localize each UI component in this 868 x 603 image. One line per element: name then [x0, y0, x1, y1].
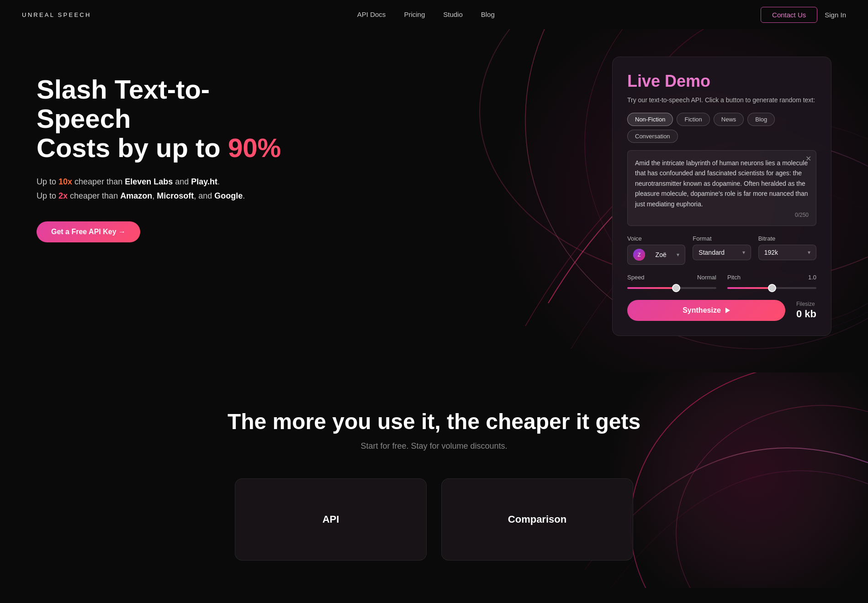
bottom-card-api-label: API	[323, 514, 339, 525]
char-count: 0/250	[635, 212, 809, 218]
format-value: Standard	[699, 249, 725, 256]
brand-logo: UNREAL SPEECH	[22, 11, 91, 18]
subtitle-l1-b2: Play.ht	[191, 177, 217, 186]
pitch-slider-track[interactable]	[727, 287, 816, 289]
hero-right: Live Demo Try our text-to-speech API. Cl…	[612, 57, 831, 336]
pitch-value: 1.0	[808, 274, 816, 281]
format-select[interactable]: Standard ▾	[693, 245, 751, 260]
bottom-card-comparison-label: Comparison	[508, 514, 566, 525]
subtitle-l2-x: 2x	[58, 191, 68, 200]
synthesize-button[interactable]: Synthesize	[627, 300, 785, 321]
pitch-slider-thumb[interactable]	[768, 284, 776, 292]
demo-textarea[interactable]	[635, 158, 809, 208]
speed-slider-track[interactable]	[627, 287, 716, 289]
sliders-row: Speed Normal Pitch 1.0	[627, 274, 816, 289]
contact-us-button[interactable]: Contact Us	[761, 7, 817, 23]
voice-label: Voice	[627, 235, 685, 242]
navbar: UNREAL SPEECH API Docs Pricing Studio Bl…	[0, 0, 868, 29]
pitch-header: Pitch 1.0	[727, 274, 816, 281]
speed-header: Speed Normal	[627, 274, 716, 281]
filesize-value: 0 kb	[796, 308, 816, 320]
controls-row: Voice Z Zoë ▾ Format Standard ▾	[627, 235, 816, 265]
subtitle-l2-sep1: ,	[152, 191, 157, 200]
format-label: Format	[693, 235, 751, 242]
subtitle-l1-prefix: Up to	[37, 177, 58, 186]
filesize-label: Filesize	[796, 301, 816, 307]
nav-actions: Contact Us Sign In	[761, 7, 846, 23]
bottom-cards: API Comparison	[37, 478, 831, 561]
voice-chevron-icon: ▾	[677, 252, 679, 258]
pitch-slider-fill	[727, 287, 772, 289]
demo-card: Live Demo Try our text-to-speech API. Cl…	[612, 57, 831, 336]
subtitle-l2-middle: cheaper than	[68, 191, 120, 200]
pitch-slider-group: Pitch 1.0	[727, 274, 816, 289]
nav-studio[interactable]: Studio	[443, 10, 463, 18]
nav-links: API Docs Pricing Studio Blog	[357, 10, 495, 19]
textarea-container: ✕ 0/250	[627, 150, 816, 226]
hero-title-line1: Slash Text-to-Speech	[37, 74, 210, 133]
demo-subtitle: Try our text-to-speech API. Click a butt…	[627, 96, 816, 104]
hero-title-accent: 90%	[228, 133, 281, 163]
hero-section: Slash Text-to-Speech Costs by up to 90% …	[0, 29, 868, 372]
demo-title: Live Demo	[627, 72, 816, 91]
nav-api-docs[interactable]: API Docs	[357, 10, 386, 18]
pill-blog[interactable]: Blog	[747, 113, 775, 126]
subtitle-l1-b1: Eleven Labs	[125, 177, 173, 186]
bottom-section: The more you use it, the cheaper it gets…	[0, 372, 868, 588]
subtitle-l1-x: 10x	[58, 177, 72, 186]
voice-control: Voice Z Zoë ▾	[627, 235, 685, 265]
bitrate-value: 192k	[764, 249, 778, 256]
pill-news[interactable]: News	[714, 113, 744, 126]
voice-select[interactable]: Z Zoë ▾	[627, 245, 685, 265]
bitrate-control: Bitrate 192k ▾	[758, 235, 816, 265]
pill-fiction[interactable]: Fiction	[677, 113, 709, 126]
voice-name: Zoë	[656, 251, 667, 258]
close-button[interactable]: ✕	[805, 155, 811, 163]
hero-left: Slash Text-to-Speech Costs by up to 90% …	[37, 57, 292, 242]
format-chevron-icon: ▾	[742, 249, 745, 256]
play-icon	[725, 308, 730, 313]
synthesize-row: Synthesize Filesize 0 kb	[627, 300, 816, 321]
hero-subtitle: Up to 10x cheaper than Eleven Labs and P…	[37, 175, 292, 203]
subtitle-l2-prefix: Up to	[37, 191, 58, 200]
bottom-title: The more you use it, the cheaper it gets	[37, 409, 831, 434]
bottom-card-api: API	[235, 478, 427, 561]
nav-blog[interactable]: Blog	[481, 10, 495, 18]
pill-conversation[interactable]: Conversation	[627, 130, 678, 143]
format-control: Format Standard ▾	[693, 235, 751, 265]
sign-in-button[interactable]: Sign In	[825, 11, 846, 19]
bitrate-label: Bitrate	[758, 235, 816, 242]
speed-slider-thumb[interactable]	[672, 284, 680, 292]
subtitle-l1-suffix: .	[217, 177, 220, 186]
bitrate-select[interactable]: 192k ▾	[758, 245, 816, 260]
subtitle-l2-sep2: , and	[194, 191, 214, 200]
pill-non-fiction[interactable]: Non-Fiction	[627, 113, 673, 126]
get-api-key-button[interactable]: Get a Free API Key →	[37, 221, 140, 242]
voice-avatar-inner: Z	[633, 249, 645, 261]
speed-value: Normal	[697, 274, 716, 281]
filesize-group: Filesize 0 kb	[796, 301, 816, 320]
hero-title: Slash Text-to-Speech Costs by up to 90%	[37, 75, 292, 162]
subtitle-l2-b3: Google	[214, 191, 243, 200]
subtitle-l1-middle: cheaper than	[72, 177, 125, 186]
speed-slider-fill	[627, 287, 676, 289]
category-pills: Non-Fiction Fiction News Blog Conversati…	[627, 113, 816, 143]
synthesize-label: Synthesize	[683, 306, 721, 315]
speed-slider-group: Speed Normal	[627, 274, 716, 289]
subtitle-l1-and: and	[173, 177, 191, 186]
speed-label: Speed	[627, 274, 645, 281]
bitrate-chevron-icon: ▾	[808, 249, 810, 256]
pitch-label: Pitch	[727, 274, 741, 281]
voice-avatar: Z	[633, 249, 645, 261]
subtitle-l2-b2: Microsoft	[157, 191, 194, 200]
subtitle-l2-b1: Amazon	[120, 191, 152, 200]
hero-title-line2-plain: Costs by up to	[37, 133, 228, 163]
subtitle-l2-suffix: .	[243, 191, 245, 200]
bottom-subtitle: Start for free. Stay for volume discount…	[37, 441, 831, 451]
nav-pricing[interactable]: Pricing	[404, 10, 425, 18]
bottom-card-comparison: Comparison	[441, 478, 633, 561]
